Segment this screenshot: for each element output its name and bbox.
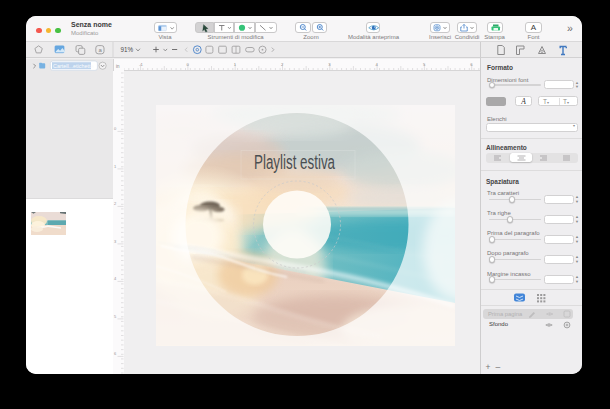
svg-text:91%: 91% <box>121 46 134 53</box>
svg-text:5: 5 <box>423 62 426 67</box>
svg-text:3: 3 <box>328 62 331 67</box>
svg-text:-1: -1 <box>139 62 143 67</box>
svg-text:1: 1 <box>234 62 237 67</box>
svg-text:0: 0 <box>186 62 189 67</box>
svg-text:0: 0 <box>114 126 117 131</box>
svg-text:4: 4 <box>376 62 379 67</box>
svg-text:3: 3 <box>114 239 117 244</box>
svg-text:Playlist estiva: Playlist estiva <box>254 151 336 173</box>
svg-text:6: 6 <box>114 351 117 356</box>
svg-text:Cartell...etichetta: Cartell...etichetta <box>53 63 93 69</box>
svg-text:2: 2 <box>114 201 117 206</box>
svg-text:5: 5 <box>114 314 117 319</box>
svg-text:a: a <box>99 47 103 53</box>
svg-text:2: 2 <box>281 62 284 67</box>
svg-text:6: 6 <box>470 62 473 67</box>
svg-text:1: 1 <box>114 164 117 169</box>
svg-text:4: 4 <box>114 276 117 281</box>
